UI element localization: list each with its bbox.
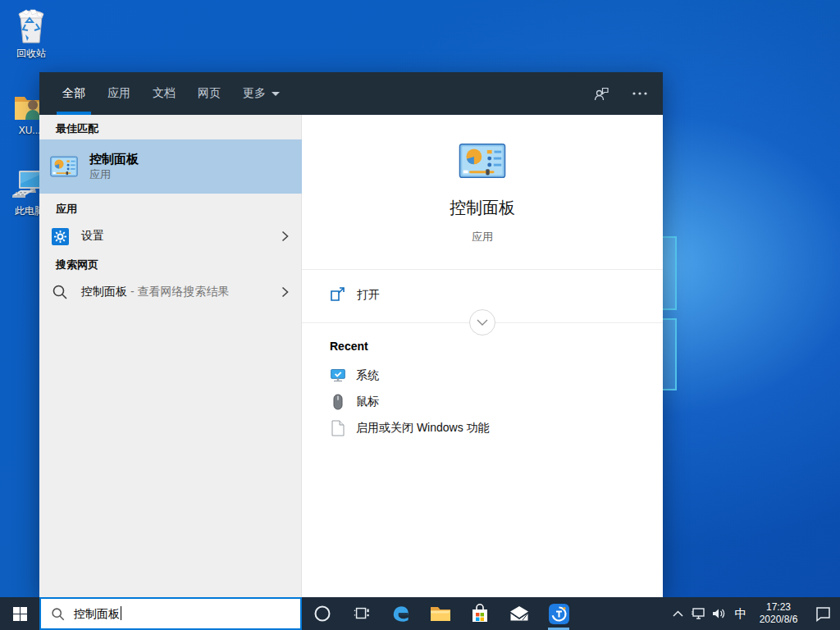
tray-volume[interactable] [709,597,730,630]
mail-icon [509,605,530,623]
gear-icon [52,228,69,245]
open-label: 打开 [357,288,380,303]
best-match-title: 控制面板 [89,151,139,167]
open-action[interactable]: 打开 [302,279,663,312]
best-match-subtitle: 应用 [89,167,139,182]
taskbar: 控制面板 [0,597,840,630]
search-results: 最佳匹配 控制面板 [39,115,663,597]
preview-subtitle: 应用 [302,230,663,244]
desktop-icon-recycle-bin[interactable]: 回收站 [2,8,60,59]
more-options-icon[interactable] [632,91,648,96]
search-icon [51,607,65,621]
tab-apps[interactable]: 应用 [107,72,130,115]
control-panel-icon-large [459,143,506,179]
file-explorer-button[interactable] [422,597,459,630]
tab-label: 全部 [62,86,85,101]
clock-date: 2020/8/6 [760,614,798,626]
settings-label: 设置 [81,229,104,244]
system-tray: 中 17:23 2020/8/6 [668,597,840,630]
pinned-app-icon [548,603,570,625]
pinned-app-button[interactable] [540,597,578,630]
store-icon [470,603,490,624]
preview-pane: 控制面板 应用 打开 [302,115,663,597]
chevron-down-icon [272,92,280,96]
tab-web[interactable]: 网页 [198,72,221,115]
system-icon [330,368,346,384]
tab-more[interactable]: 更多 [243,72,280,115]
clock-time: 17:23 [760,601,798,614]
web-search-text: 控制面板 - 查看网络搜索结果 [81,285,229,299]
mouse-icon [333,394,343,410]
result-web-search[interactable]: 控制面板 - 查看网络搜索结果 [39,276,302,308]
chevron-right-icon [281,231,289,242]
result-settings[interactable]: 设置 [39,220,302,253]
web-suffix: - 查看网络搜索结果 [127,285,229,298]
tab-label: 应用 [107,86,130,101]
mail-button[interactable] [500,597,538,630]
action-center-button[interactable] [806,597,840,630]
recent-item-system[interactable]: 系统 [302,364,663,387]
windows-logo-icon [13,607,27,621]
task-view-icon [353,605,371,623]
desktop: 回收站 XU... 此电脑 全部 应用 [0,0,840,630]
cortana-button[interactable] [304,597,341,630]
recent-header: Recent [330,340,368,353]
tab-label: 文档 [153,86,176,101]
web-query: 控制面板 [81,285,127,298]
open-icon [330,286,345,302]
search-web-header: 搜索网页 [56,258,98,272]
search-text: 控制面板 [74,607,120,620]
tray-network[interactable] [687,597,709,630]
recycle-bin-icon [14,8,48,46]
tab-label: 更多 [243,86,266,101]
network-icon [691,607,706,621]
search-icon [52,284,68,300]
start-button[interactable] [0,597,39,630]
recent-item-windows-features[interactable]: 启用或关闭 Windows 功能 [302,417,663,440]
recent-item-label: 系统 [356,368,379,383]
taskbar-search-value: 控制面板 [74,606,121,622]
tab-label: 网页 [198,86,221,101]
document-icon [331,420,345,436]
chevron-up-icon [673,610,683,617]
file-explorer-icon [430,605,451,623]
tab-all[interactable]: 全部 [62,72,85,115]
search-flyout: 全部 应用 文档 网页 更多 [39,72,663,597]
chevron-right-icon [281,286,289,298]
feedback-icon[interactable] [592,84,610,103]
speaker-icon [712,607,727,620]
search-tabs-bar: 全部 应用 文档 网页 更多 [39,72,663,115]
edge-button[interactable] [382,597,420,630]
tray-clock[interactable]: 17:23 2020/8/6 [751,597,806,630]
desktop-icon-label: 回收站 [2,48,60,59]
divider [302,269,663,270]
best-match-result-control-panel[interactable]: 控制面板 应用 [39,139,302,194]
wallpaper-logo-pane [661,236,677,310]
tray-ime-indicator[interactable]: 中 [730,597,751,630]
task-view-button[interactable] [343,597,381,630]
taskbar-search-box[interactable]: 控制面板 [39,597,302,630]
control-panel-icon [50,156,78,177]
text-caret [121,606,121,620]
tab-documents[interactable]: 文档 [153,72,176,115]
apps-header: 应用 [56,202,77,217]
store-button[interactable] [461,597,499,630]
recent-item-label: 鼠标 [356,395,379,409]
recent-item-mouse[interactable]: 鼠标 [302,390,663,413]
edge-icon [390,603,412,624]
wallpaper-logo-pane [661,318,677,390]
best-match-header: 最佳匹配 [56,121,98,136]
chevron-down-icon [477,319,488,326]
results-list: 最佳匹配 控制面板 [39,115,302,597]
recent-item-label: 启用或关闭 Windows 功能 [356,421,490,436]
tray-show-hidden-icons[interactable] [668,597,687,630]
notification-icon [815,606,831,622]
preview-title: 控制面板 [302,197,663,219]
expand-collapse-button[interactable] [469,309,495,336]
cortana-icon [313,605,331,623]
